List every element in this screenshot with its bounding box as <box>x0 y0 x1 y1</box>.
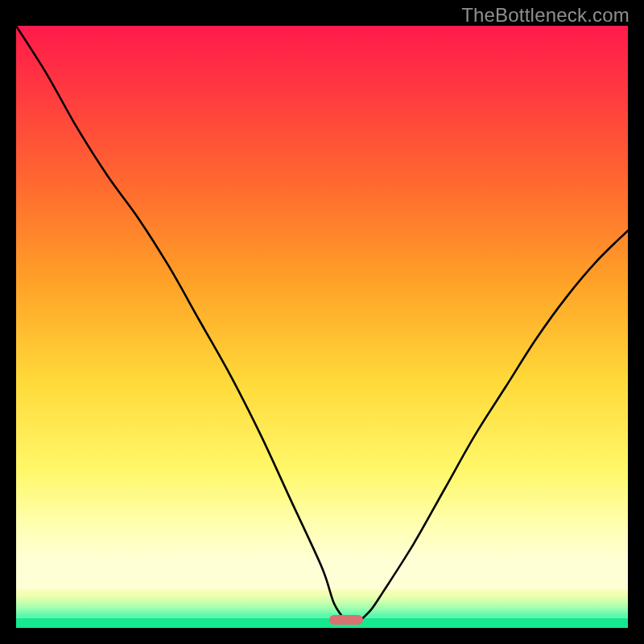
chart-frame: TheBottleneck.com <box>0 0 644 644</box>
curve-left-path <box>16 26 346 622</box>
optimum-marker <box>329 615 363 625</box>
plot-area <box>16 26 628 628</box>
attribution-label: TheBottleneck.com <box>461 4 630 27</box>
bottleneck-curve <box>16 26 628 628</box>
curve-right-path <box>359 230 628 621</box>
